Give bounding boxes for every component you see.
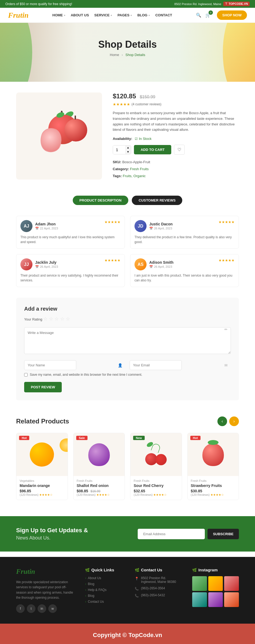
product-name[interactable]: Sour Red Cherry: [134, 483, 178, 488]
footer-link[interactable]: About Us: [85, 576, 124, 580]
quantity-box: ▲ ▼: [113, 145, 131, 154]
page-title: Shop Details: [5, 39, 250, 50]
instagram-item[interactable]: [192, 576, 207, 591]
logo[interactable]: Frutin: [8, 11, 28, 20]
hero-banner: Shop Details Home › Shop Details: [0, 23, 255, 82]
location-text: 8502 Preston Rd. Inglewood, Maine: [174, 2, 221, 6]
instagram-item[interactable]: [224, 592, 239, 607]
review-message-input[interactable]: [24, 327, 231, 354]
search-icon[interactable]: 🔍: [196, 13, 201, 18]
twitter-icon[interactable]: t: [27, 604, 35, 613]
product-name[interactable]: Shallot Red onion: [77, 483, 122, 488]
save-checkbox[interactable]: [24, 373, 28, 377]
quantity-down[interactable]: ▼: [125, 150, 131, 154]
nav-pages[interactable]: PAGES +: [118, 13, 132, 17]
product-category: Fresh Fruits: [134, 479, 178, 482]
nav-home[interactable]: HOME +: [52, 13, 65, 17]
availability: Availability: ☑ In Stock: [113, 137, 239, 141]
next-arrow[interactable]: ›: [229, 416, 239, 426]
avatar: AS: [134, 258, 147, 270]
product-badge: Hot: [190, 436, 201, 440]
whatsapp-icon[interactable]: w: [48, 604, 57, 613]
footer-instagram: Instagram: [192, 568, 239, 613]
cart-icon[interactable]: 🛒0: [205, 13, 213, 18]
nav-contact[interactable]: CONTACT: [155, 13, 172, 17]
breadcrumb-home[interactable]: Home: [110, 53, 119, 57]
product-reviews: (120 Reviews) ★★★★☆: [191, 493, 236, 497]
footer-link[interactable]: Blog: [85, 582, 124, 586]
linkedin-icon[interactable]: in: [38, 604, 46, 613]
review-text: This product is very much qualityful and…: [20, 235, 121, 244]
newsletter-section: Sign Up to Get Updates & News About Us. …: [0, 516, 255, 552]
tab-description[interactable]: PRODUCT DESCRIPTION: [73, 196, 128, 205]
nav-about[interactable]: ABOUT US: [71, 13, 89, 17]
footer-link[interactable]: Contact Us: [85, 600, 124, 604]
newsletter-form: SUBSCRIBE: [138, 529, 239, 539]
post-review-button[interactable]: POST REVIEW: [24, 382, 62, 392]
instagram-item[interactable]: [208, 592, 223, 607]
product-card: Hot Fresh Fruits Strawberry Fruits $30.8…: [187, 433, 239, 500]
instagram-title: Instagram: [192, 568, 239, 572]
add-to-cart-button[interactable]: ADD TO CART: [134, 145, 171, 154]
list-item: Help & FAQs: [85, 588, 124, 592]
product-stars: ★★★★★: [113, 102, 130, 106]
add-to-cart-row: ▲ ▼ ADD TO CART ♡: [113, 145, 239, 155]
availability-value: In Stock: [139, 137, 151, 141]
product-tabs: PRODUCT DESCRIPTION CUSTOMER REVIEWS: [0, 190, 255, 210]
list-item: About Us: [85, 576, 124, 580]
related-header: Related Products ‹ ›: [16, 416, 239, 426]
instagram-item[interactable]: [224, 576, 239, 591]
quick-links-title: Quick Links: [85, 568, 124, 572]
product-card-body: Fresh Fruits Sour Red Cherry $32.65 (120…: [130, 476, 182, 500]
product-section: $120.85 $150.99 ★★★★★ (4 customer review…: [0, 82, 255, 190]
nav-blog[interactable]: BLOG +: [137, 13, 150, 17]
review-email-input[interactable]: [130, 360, 182, 370]
quantity-up[interactable]: ▲: [125, 146, 131, 150]
reviewer-info: JD Justic Dacon 📅26 April, 2023: [134, 220, 173, 232]
topcode-overlay: Copyright © TopCode.vn: [0, 624, 255, 644]
phone-icon: 📞: [135, 587, 139, 591]
instagram-item[interactable]: [192, 592, 207, 607]
availability-icon: ☑: [135, 137, 138, 141]
contact-title: Contact Us: [135, 568, 181, 572]
location-icon: 📍: [135, 577, 139, 580]
avatar: AJ: [20, 220, 32, 232]
review-card: JD Justic Dacon 📅26 April, 2023 ★★★★★ Th…: [130, 216, 239, 249]
tab-reviews[interactable]: CUSTOMER REVIEWS: [132, 196, 182, 205]
list-item: Contact Us: [85, 600, 124, 604]
product-card-image: Hot: [188, 433, 239, 476]
wishlist-button[interactable]: ♡: [174, 145, 185, 155]
add-review-title: Add a review: [24, 306, 231, 312]
category-link[interactable]: Fresh Fruits: [130, 167, 148, 171]
reviewer-info: JJ Jacklin July 📅26 April, 2023: [20, 258, 58, 270]
edit-icon: ✏: [224, 327, 228, 332]
product-name[interactable]: Strawberry Fruits: [191, 483, 236, 488]
quantity-input[interactable]: [113, 146, 125, 154]
phone-icon-2: 📞: [135, 594, 139, 598]
facebook-icon[interactable]: f: [16, 604, 25, 613]
newsletter-email-input[interactable]: [138, 529, 205, 539]
nav-service[interactable]: SERVICE +: [94, 13, 112, 17]
product-review-count: (4 customer reviews): [132, 102, 161, 106]
product-price: $96.85: [20, 489, 64, 493]
prev-arrow[interactable]: ‹: [217, 416, 227, 426]
review-stars: ★★★★★: [104, 220, 121, 224]
review-name-input[interactable]: [24, 360, 76, 370]
cherry-img: [144, 442, 168, 467]
reviewer-name: Adam Jhon: [35, 222, 58, 226]
footer: Frutin We provide specialized winterizat…: [0, 557, 255, 624]
shop-now-button[interactable]: SHOP NOW: [217, 10, 247, 20]
footer-link[interactable]: Help & FAQs: [85, 588, 124, 592]
contact-phone2: 📞 (963)-2654-5432: [135, 593, 181, 598]
rating-stars[interactable]: ☆ ☆ ☆ ☆ ☆: [43, 316, 70, 322]
product-name[interactable]: Mandarin orange: [20, 483, 64, 488]
footer-description: We provide specialized winterization ser…: [16, 580, 74, 600]
tags-link[interactable]: Fruits, Organic: [123, 174, 145, 178]
instagram-item[interactable]: [208, 576, 223, 591]
subscribe-button[interactable]: SUBSCRIBE: [207, 529, 239, 539]
review-date: 📅22 April, 2023: [35, 227, 58, 230]
footer-link[interactable]: Blog: [85, 594, 124, 598]
product-description: Prepare to embark on a sensory journey w…: [113, 110, 239, 133]
reviewer-name: Jacklin July: [35, 260, 58, 265]
product-category: Fresh Fruits: [77, 479, 122, 482]
